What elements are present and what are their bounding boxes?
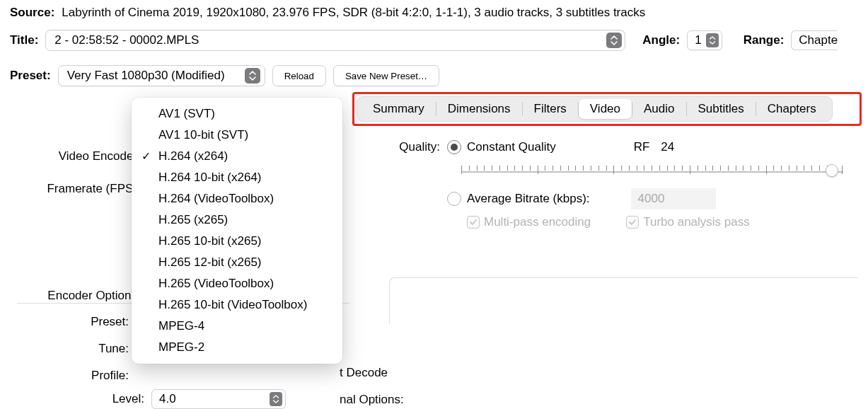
framerate-label: Framerate (FPS) [10, 173, 144, 205]
turbo-check [626, 216, 639, 229]
encoder-option[interactable]: H.265 (x265) [134, 209, 340, 231]
tabs: Summary Dimensions Filters Video Audio S… [357, 96, 833, 122]
rf-slider[interactable] [461, 163, 843, 181]
rf-label: RF [634, 140, 650, 154]
turbo-label: Turbo analysis pass [643, 215, 750, 229]
encoder-option[interactable]: H.265 10-bit (x265) [134, 231, 340, 252]
enc-level-label: Level: [25, 392, 144, 406]
tab-chapters[interactable]: Chapters [756, 99, 828, 119]
preset-caret-icon[interactable] [245, 68, 260, 83]
title-stepper-icon[interactable] [606, 33, 622, 48]
slider-thumb-icon[interactable] [826, 164, 838, 177]
encoder-option[interactable]: H.265 10-bit (VideoToolbox) [134, 294, 340, 316]
encoder-option[interactable]: MPEG-2 [134, 337, 340, 358]
encoder-option[interactable]: AV1 (SVT) [134, 103, 340, 125]
tab-dimensions[interactable]: Dimensions [436, 99, 522, 119]
multipass-label: Multi-pass encoding [484, 215, 591, 229]
tab-audio[interactable]: Audio [632, 99, 685, 119]
profile-value-remnant: nal Options: [340, 386, 404, 409]
level-stepper-icon[interactable] [270, 392, 282, 406]
preset-select[interactable]: Very Fast 1080p30 (Modified) [58, 65, 265, 86]
additional-options-input[interactable] [389, 277, 858, 324]
tab-filters[interactable]: Filters [523, 99, 578, 119]
range-value: Chapte [799, 33, 838, 47]
source-label: Source: [10, 6, 54, 20]
tab-subtitles[interactable]: Subtitles [687, 99, 756, 119]
title-select[interactable] [45, 30, 625, 51]
enc-profile-label: Profile: [10, 362, 136, 389]
encoder-option[interactable]: H.264 (x264) [134, 146, 340, 167]
encoder-options-label: Encoder Options [10, 283, 144, 309]
avg-bitrate-label: Average Bitrate (kbps): [467, 192, 590, 206]
title-input[interactable] [53, 33, 603, 48]
encoder-option[interactable]: MPEG-4 [134, 316, 340, 337]
level-value: 4.0 [159, 392, 176, 406]
multipass-check [467, 216, 480, 229]
tab-video[interactable]: Video [579, 99, 632, 119]
encoder-option[interactable]: H.264 (VideoToolbox) [134, 188, 340, 209]
angle-select[interactable]: 1 [687, 30, 722, 50]
range-label: Range: [743, 33, 785, 47]
video-encoder-label: Video Encoder [10, 140, 144, 173]
rf-value: 24 [661, 140, 674, 154]
tab-summary[interactable]: Summary [361, 99, 436, 119]
source-text: Labyrinth of Cinema 2019, 1920x1080, 23.… [62, 6, 645, 20]
encoder-option[interactable]: H.265 (VideoToolbox) [134, 273, 340, 294]
encoder-option[interactable]: H.265 12-bit (x265) [134, 252, 340, 273]
preset-label: Preset: [10, 69, 51, 83]
angle-stepper-icon[interactable] [706, 33, 719, 47]
preset-value: Very Fast 1080p30 (Modified) [67, 69, 225, 83]
encoder-option[interactable]: H.264 10-bit (x264) [134, 167, 340, 188]
encoder-option[interactable]: AV1 10-bit (SVT) [134, 125, 340, 146]
title-label: Title: [10, 33, 38, 47]
quality-label: Quality: [383, 140, 440, 154]
avg-bitrate-radio[interactable] [447, 192, 461, 206]
tune-value-remnant: t Decode [340, 359, 404, 386]
bitrate-input[interactable]: 4000 [631, 188, 716, 209]
level-select[interactable]: 4.0 [151, 389, 286, 409]
video-encoder-dropdown[interactable]: AV1 (SVT)AV1 10-bit (SVT)H.264 (x264)H.2… [132, 98, 342, 364]
reload-button[interactable]: Reload [272, 65, 326, 86]
range-select[interactable]: Chapte [791, 30, 838, 50]
constant-quality-label: Constant Quality [467, 140, 556, 154]
constant-quality-radio[interactable] [447, 140, 461, 154]
angle-value: 1 [695, 33, 701, 47]
save-preset-button[interactable]: Save New Preset… [333, 65, 439, 86]
angle-label: Angle: [642, 33, 680, 47]
enc-preset-label: Preset: [10, 309, 136, 335]
enc-tune-label: Tune: [10, 335, 136, 362]
